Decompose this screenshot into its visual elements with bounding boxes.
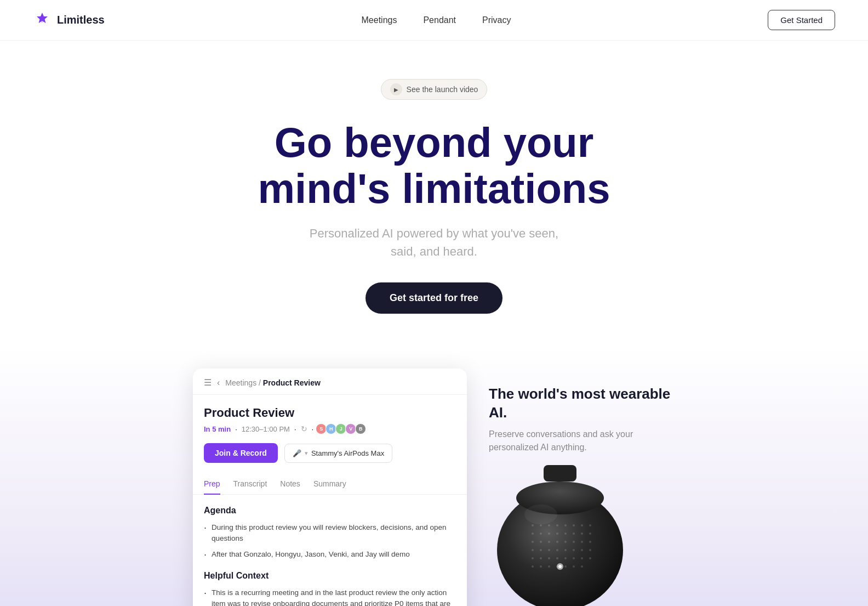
svg-rect-1	[544, 465, 576, 482]
svg-point-27	[589, 541, 591, 543]
tab-notes[interactable]: Notes	[280, 474, 300, 495]
svg-point-22	[548, 541, 550, 543]
tab-prep[interactable]: Prep	[204, 474, 220, 495]
svg-point-53	[524, 505, 557, 524]
svg-point-25	[573, 541, 575, 543]
svg-point-36	[532, 557, 534, 559]
tab-summary[interactable]: Summary	[313, 474, 346, 495]
svg-point-52	[558, 565, 562, 568]
play-icon: ▶	[390, 83, 402, 95]
card-body: Product Review In 5 min · 12:30–1:00 PM …	[193, 395, 467, 463]
mic-selector[interactable]: 🎤 ▾ Stammy's AirPods Max	[284, 444, 392, 463]
join-record-button[interactable]: Join & Record	[204, 443, 278, 463]
svg-point-32	[564, 549, 567, 551]
nav-privacy[interactable]: Privacy	[482, 15, 511, 25]
demo-section: ☰ ‹ Meetings / Product Review Product Re…	[0, 347, 868, 606]
navbar: Limitless Meetings Pendant Privacy Get S…	[0, 0, 868, 41]
svg-point-38	[548, 557, 550, 559]
menu-icon[interactable]: ☰	[204, 377, 212, 388]
badge-label: See the launch video	[407, 85, 478, 94]
get-started-nav-button[interactable]: Get Started	[768, 10, 835, 30]
mic-dropdown-icon: ▾	[305, 450, 308, 457]
meeting-time: 12:30–1:00 PM	[242, 425, 290, 433]
agenda-item-2: After that Gonzalo, Hongyu, Jason, Venki…	[204, 549, 456, 560]
svg-point-33	[573, 549, 575, 551]
svg-point-7	[556, 524, 558, 526]
agenda-title: Agenda	[204, 506, 456, 516]
svg-point-14	[548, 533, 550, 535]
svg-point-11	[589, 524, 591, 526]
helpful-context-title: Helpful Context	[204, 571, 456, 581]
svg-point-42	[581, 557, 583, 559]
side-subtext: Preserve conversations and ask your pers…	[489, 428, 675, 454]
mic-icon: 🎤	[293, 449, 301, 457]
svg-point-40	[564, 557, 567, 559]
svg-point-10	[581, 524, 583, 526]
hero-section: ▶ See the launch video Go beyond your mi…	[0, 41, 868, 347]
sync-icon: ↻	[301, 424, 307, 433]
avatar-5: B	[355, 423, 366, 434]
svg-point-5	[540, 524, 542, 526]
meeting-card: ☰ ‹ Meetings / Product Review Product Re…	[193, 369, 467, 606]
tab-transcript[interactable]: Transcript	[233, 474, 267, 495]
svg-point-23	[556, 541, 558, 543]
back-icon[interactable]: ‹	[217, 378, 220, 388]
pendant-image	[489, 460, 642, 606]
svg-point-20	[532, 541, 534, 543]
context-item-1: This is a recurring meeting and in the l…	[204, 587, 456, 606]
svg-point-15	[556, 533, 558, 535]
card-header: ☰ ‹ Meetings / Product Review	[193, 369, 467, 395]
svg-point-16	[564, 533, 567, 535]
svg-point-45	[540, 565, 542, 568]
svg-point-9	[573, 524, 575, 526]
svg-point-34	[581, 549, 583, 551]
meeting-actions: Join & Record 🎤 ▾ Stammy's AirPods Max	[204, 443, 456, 463]
svg-point-39	[556, 557, 558, 559]
nav-meetings[interactable]: Meetings	[362, 15, 397, 25]
svg-point-17	[573, 533, 575, 535]
svg-point-13	[540, 533, 542, 535]
avatar-3: J	[335, 423, 346, 434]
demo-side: The world's most wearable AI. Preserve c…	[489, 369, 675, 606]
svg-point-44	[532, 565, 534, 568]
svg-point-46	[548, 565, 550, 568]
card-tabs: Prep Transcript Notes Summary	[193, 474, 467, 495]
hero-title: Go beyond your mind's limitations	[258, 120, 610, 211]
svg-point-0	[40, 18, 44, 22]
svg-point-48	[564, 565, 567, 568]
meeting-title: Product Review	[204, 406, 456, 420]
helpful-context-list: This is a recurring meeting and in the l…	[204, 587, 456, 606]
agenda-list: During this product review you will revi…	[204, 522, 456, 560]
svg-point-37	[540, 557, 542, 559]
svg-point-35	[589, 549, 591, 551]
pendant-svg	[489, 460, 631, 606]
breadcrumb: Meetings / Product Review	[225, 378, 321, 387]
svg-point-21	[540, 541, 542, 543]
svg-point-18	[581, 533, 583, 535]
svg-point-41	[573, 557, 575, 559]
svg-point-28	[532, 549, 534, 551]
svg-point-8	[564, 524, 567, 526]
nav-pendant[interactable]: Pendant	[423, 15, 456, 25]
svg-point-31	[556, 549, 558, 551]
svg-point-6	[548, 524, 550, 526]
svg-point-19	[589, 533, 591, 535]
brand-name: Limitless	[57, 14, 105, 26]
launch-badge[interactable]: ▶ See the launch video	[381, 79, 488, 100]
brand-logo[interactable]: Limitless	[33, 11, 105, 30]
svg-point-4	[532, 524, 534, 526]
svg-point-50	[581, 565, 583, 568]
avatar-4: V	[345, 423, 356, 434]
mic-label: Stammy's AirPods Max	[311, 449, 384, 457]
svg-point-30	[548, 549, 550, 551]
avatar-1: S	[316, 423, 327, 434]
hero-cta-button[interactable]: Get started for free	[366, 282, 502, 314]
avatar-2: H	[326, 423, 336, 434]
meeting-soon-label: In 5 min	[204, 425, 231, 433]
svg-point-12	[532, 533, 534, 535]
meeting-meta: In 5 min · 12:30–1:00 PM · ↻ · S H J V B	[204, 423, 456, 434]
card-content: Agenda During this product review you wi…	[193, 495, 467, 606]
svg-point-43	[589, 557, 591, 559]
side-headline: The world's most wearable AI.	[489, 385, 675, 422]
svg-point-26	[581, 541, 583, 543]
